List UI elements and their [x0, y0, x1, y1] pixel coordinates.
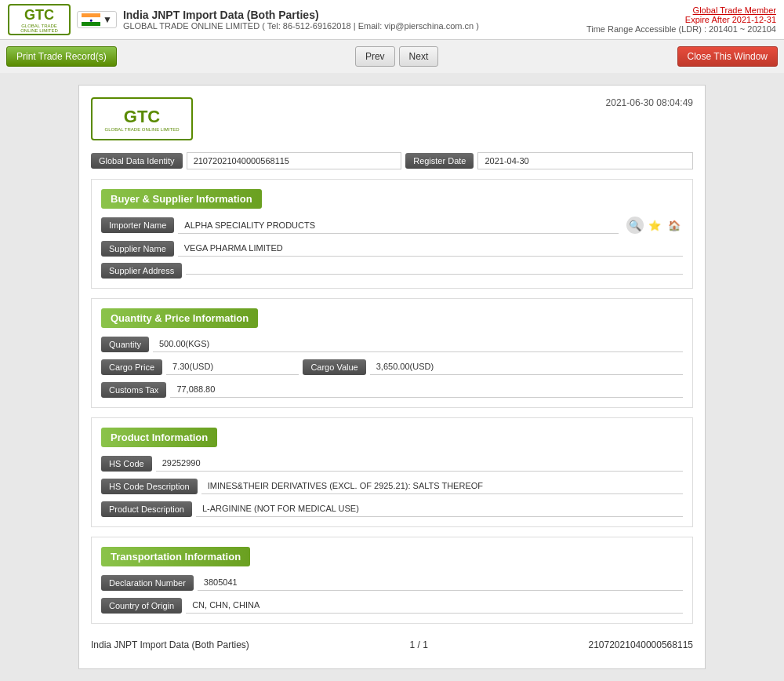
quantity-price-section: Quantity & Price Information Quantity 50… [91, 298, 693, 408]
register-date-value: 2021-04-30 [477, 152, 693, 169]
customs-tax-row: Customs Tax 77,088.80 [101, 381, 683, 398]
customs-tax-label: Customs Tax [101, 382, 166, 398]
close-button-top[interactable]: Close This Window [677, 46, 778, 67]
hs-code-label: HS Code [101, 456, 152, 472]
page-title-area: India JNPT Import Data (Both Parties) GL… [123, 9, 479, 31]
cargo-price-row: Cargo Price 7.30(USD) Cargo Value 3,650.… [101, 359, 683, 375]
product-header: Product Information [101, 428, 217, 447]
logo-subtitle: GLOBAL TRADEONLINE LIMITED [20, 24, 58, 33]
prev-button-top[interactable]: Prev [355, 46, 395, 67]
india-flag [82, 13, 100, 26]
product-desc-value: L-ARGININE (NOT FOR MEDICAL USE) [196, 501, 683, 517]
country-origin-label: Country of Origin [101, 598, 182, 614]
register-date-label: Register Date [405, 153, 474, 169]
member-link[interactable]: Global Trade Member [693, 5, 776, 15]
transportation-section: Transportation Information Declaration N… [91, 537, 693, 624]
identity-row: Global Data Identity 2107202104000056811… [91, 152, 693, 169]
hs-desc-value: IMINES&THEIR DERIVATIVES (EXCL. OF 2925.… [201, 478, 683, 494]
record-logo: GTC GLOBAL TRADE ONLINE LIMITED [91, 97, 193, 140]
time-range: Time Range Accessible (LDR) : 201401 ~ 2… [586, 24, 776, 34]
record-footer-left: India JNPT Import Data (Both Parties) [91, 639, 249, 650]
hs-code-row: HS Code 29252990 [101, 455, 683, 472]
print-button-top[interactable]: Print Trade Record(s) [6, 46, 117, 67]
quantity-value: 500.00(KGS) [153, 336, 683, 352]
supplier-address-row: Supplier Address [101, 263, 683, 279]
top-bar-left: GTC GLOBAL TRADEONLINE LIMITED ▼ India J… [8, 4, 479, 35]
cargo-price-label: Cargo Price [101, 359, 162, 375]
account-info: Global Trade Member Expire After 2021-12… [586, 5, 776, 34]
transportation-header: Transportation Information [101, 547, 250, 566]
logo: GTC GLOBAL TRADEONLINE LIMITED [8, 4, 71, 35]
page-title: India JNPT Import Data (Both Parties) [123, 9, 479, 21]
cargo-value-label: Cargo Value [303, 359, 365, 375]
hs-desc-label: HS Code Description [101, 479, 198, 494]
top-toolbar: Print Trade Record(s) Prev Next Close Th… [0, 40, 784, 73]
country-origin-row: Country of Origin CN, CHN, CHINA [101, 597, 683, 614]
contact-info: GLOBAL TRADE ONLINE LIMITED ( Tel: 86-51… [123, 21, 479, 31]
supplier-address-label: Supplier Address [101, 263, 182, 279]
importer-icons: 🔍 ⭐ 🏠 [626, 217, 683, 234]
global-data-identity-value: 21072021040000568115 [187, 152, 402, 169]
record-footer-center: 1 / 1 [410, 639, 428, 650]
buyer-supplier-section: Buyer & Supplier Information Importer Na… [91, 179, 693, 289]
quantity-price-header: Quantity & Price Information [101, 308, 258, 328]
supplier-name-value: VEGA PHARMA LIMITED [178, 240, 683, 257]
hs-desc-row: HS Code Description IMINES&THEIR DERIVAT… [101, 478, 683, 494]
importer-row: Importer Name ALPHA SPECIALITY PRODUCTS … [101, 217, 683, 234]
cargo-price-value: 7.30(USD) [166, 359, 299, 375]
importer-name-value: ALPHA SPECIALITY PRODUCTS [178, 217, 619, 234]
quantity-label: Quantity [101, 337, 149, 352]
record-footer-right: 21072021040000568115 [589, 639, 693, 650]
flag-dropdown-arrow: ▼ [103, 14, 112, 25]
next-button-top[interactable]: Next [399, 46, 439, 67]
supplier-name-label: Supplier Name [101, 241, 174, 257]
navigation-buttons: Prev Next [355, 46, 438, 67]
product-desc-label: Product Description [101, 501, 192, 517]
supplier-address-value [186, 268, 683, 275]
cargo-value-value: 3,650.00(USD) [370, 359, 683, 375]
country-origin-value: CN, CHN, CHINA [186, 597, 683, 614]
record-header: GTC GLOBAL TRADE ONLINE LIMITED 2021-06-… [91, 97, 693, 140]
global-data-identity-label: Global Data Identity [91, 153, 183, 169]
record-timestamp: 2021-06-30 08:04:49 [606, 97, 693, 108]
importer-name-label: Importer Name [101, 217, 174, 233]
record-footer: India JNPT Import Data (Both Parties) 1 … [91, 633, 693, 657]
country-flag-dropdown[interactable]: ▼ [77, 11, 117, 28]
buyer-supplier-header: Buyer & Supplier Information [101, 189, 262, 209]
expire-text: Expire After 2021-12-31 [586, 15, 776, 24]
home-icon[interactable]: 🏠 [666, 217, 683, 234]
product-section: Product Information HS Code 29252990 HS … [91, 417, 693, 527]
declaration-label: Declaration Number [101, 575, 194, 591]
supplier-name-row: Supplier Name VEGA PHARMA LIMITED [101, 240, 683, 257]
main-record: GTC GLOBAL TRADE ONLINE LIMITED 2021-06-… [78, 85, 706, 669]
product-desc-row: Product Description L-ARGININE (NOT FOR … [101, 501, 683, 517]
declaration-value: 3805041 [198, 574, 683, 591]
declaration-row: Declaration Number 3805041 [101, 574, 683, 591]
customs-tax-value: 77,088.80 [170, 381, 683, 398]
quantity-row: Quantity 500.00(KGS) [101, 336, 683, 352]
hs-code-value: 29252990 [156, 455, 683, 472]
logo-text: GTC [24, 7, 54, 24]
search-icon[interactable]: 🔍 [626, 217, 644, 234]
star-icon[interactable]: ⭐ [646, 217, 663, 234]
top-bar: GTC GLOBAL TRADEONLINE LIMITED ▼ India J… [0, 0, 784, 40]
